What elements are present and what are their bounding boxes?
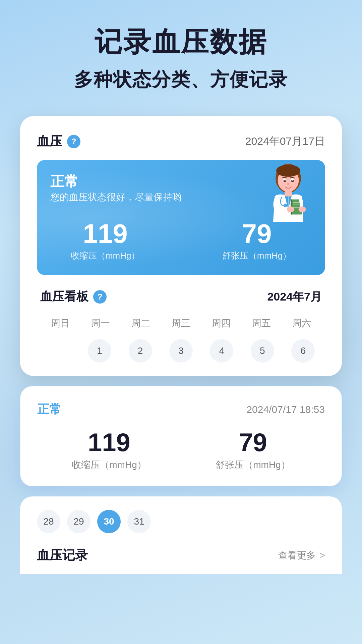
record-card: 正常 2024/07/17 18:53 119 收缩压（mmHg） 79 舒张压… (20, 386, 342, 486)
card-title: 血压 (37, 133, 62, 150)
bottom-footer: 血压记录 查看更多 > (37, 547, 325, 564)
weekday-row: 周日 周一 周二 周三 周四 周五 周六 (40, 317, 322, 330)
status-label: 正常 (50, 172, 182, 191)
weekday-sun: 周日 (40, 317, 80, 330)
weekday-thu: 周四 (201, 317, 241, 330)
date-cell-empty[interactable] (47, 339, 71, 363)
bp-values: 119 收缩压（mmHg） 79 舒张压（mmHg） (50, 220, 312, 262)
record-systolic-unit: 收缩压（mmHg） (72, 459, 146, 471)
svg-point-2 (276, 165, 300, 177)
weekday-fri: 周五 (241, 317, 282, 330)
calendar-help-icon[interactable]: ? (93, 290, 107, 304)
systolic-value: 119 (71, 220, 140, 247)
bottom-date-30[interactable]: 30 (97, 510, 121, 533)
svg-point-8 (292, 180, 293, 181)
systolic-reading: 119 收缩压（mmHg） (71, 220, 140, 262)
date-cell-4[interactable]: 4 (210, 339, 233, 363)
record-systolic-value: 119 (72, 430, 146, 455)
svg-point-12 (284, 204, 287, 207)
bottom-date-31[interactable]: 31 (127, 510, 151, 533)
calendar-month: 2024年7月 (267, 289, 322, 305)
calendar-title-area: 血压看板 ? (40, 288, 107, 305)
footer-title: 血压记录 (37, 547, 88, 564)
help-icon[interactable]: ? (67, 135, 80, 148)
record-header: 正常 2024/07/17 18:53 (37, 401, 325, 418)
date-cell-3[interactable]: 3 (169, 339, 193, 363)
diastolic-value: 79 (222, 220, 292, 247)
bottom-date-29[interactable]: 29 (67, 510, 90, 533)
record-diastolic-unit: 舒张压（mmHg） (216, 459, 290, 471)
record-status: 正常 (37, 401, 61, 418)
record-datetime: 2024/07/17 18:53 (246, 404, 325, 415)
svg-rect-10 (285, 191, 292, 197)
calendar-title: 血压看板 (40, 288, 88, 305)
bottom-dates-card: 28 29 30 31 血压记录 查看更多 > (20, 496, 342, 574)
weekday-tue: 周二 (121, 317, 161, 330)
diastolic-reading: 79 舒张压（mmHg） (222, 220, 292, 262)
chevron-right-icon: > (320, 550, 325, 561)
systolic-unit: 收缩压（mmHg） (71, 250, 140, 262)
record-values: 119 收缩压（mmHg） 79 舒张压（mmHg） (37, 430, 325, 471)
svg-point-19 (299, 206, 306, 212)
date-cell-2[interactable]: 2 (129, 339, 152, 363)
diastolic-unit: 舒张压（mmHg） (222, 250, 292, 262)
svg-point-7 (285, 180, 286, 181)
page-title: 记录血压数据 (20, 27, 342, 57)
card-title-area: 血压 ? (37, 133, 80, 150)
status-banner: 正常 您的血压状态很好，尽量保持哟 (37, 160, 325, 275)
card-header: 血压 ? 2024年07月17日 (37, 133, 325, 150)
date-cell-5[interactable]: 5 (251, 339, 274, 363)
record-systolic: 119 收缩压（mmHg） (72, 430, 146, 471)
bottom-date-28[interactable]: 28 (37, 510, 60, 533)
calendar-header: 血压看板 ? 2024年7月 (40, 288, 322, 305)
weekday-mon: 周一 (80, 317, 121, 330)
footer-more-link[interactable]: 查看更多 > (278, 549, 325, 562)
calendar-section: 血压看板 ? 2024年7月 周日 周一 周二 周三 周四 周五 周六 1 2 (37, 288, 325, 363)
main-card: 血压 ? 2024年07月17日 正常 您的血压状态很好，尽量保持哟 (20, 116, 342, 376)
svg-point-18 (287, 206, 294, 212)
status-description: 您的血压状态很好，尽量保持哟 (50, 191, 182, 204)
date-cell-6[interactable]: 6 (291, 339, 315, 363)
weekday-wed: 周三 (161, 317, 201, 330)
record-diastolic-value: 79 (216, 430, 290, 455)
card-date: 2024年07月17日 (245, 134, 325, 149)
bp-divider (181, 228, 181, 255)
weekday-sat: 周六 (282, 317, 322, 330)
date-row: 1 2 3 4 5 6 (40, 339, 322, 363)
date-cell-1[interactable]: 1 (88, 339, 111, 363)
page-subtitle: 多种状态分类、方便记录 (20, 67, 342, 93)
record-diastolic: 79 舒张压（mmHg） (216, 430, 290, 471)
doctor-illustration (261, 162, 315, 222)
bottom-date-row: 28 29 30 31 (37, 510, 325, 533)
svg-point-9 (287, 183, 289, 185)
